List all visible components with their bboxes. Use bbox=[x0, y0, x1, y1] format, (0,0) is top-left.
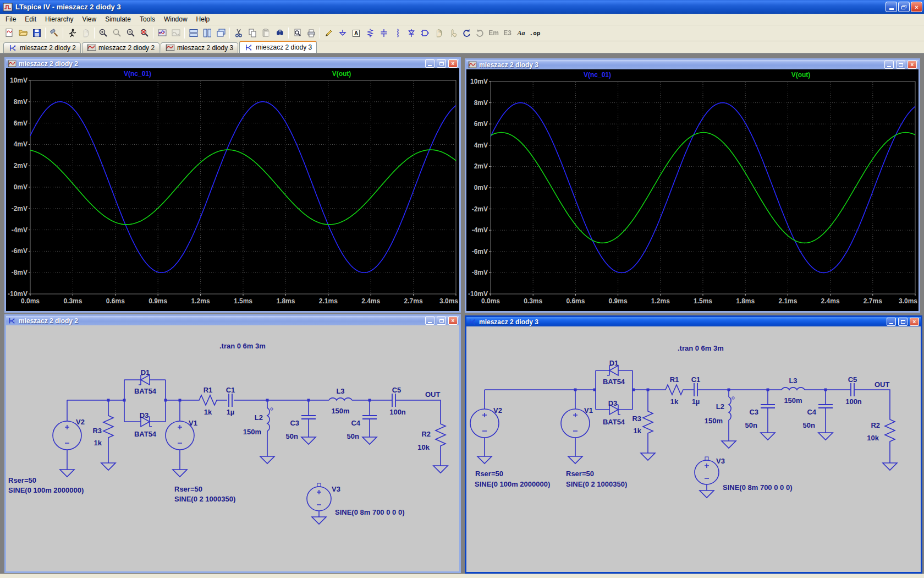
halt-button[interactable] bbox=[79, 26, 92, 40]
label-r3[interactable]: R3 bbox=[632, 415, 641, 423]
label-l2-value[interactable]: 150m bbox=[243, 428, 261, 436]
run-button[interactable] bbox=[65, 26, 79, 40]
undo-button[interactable] bbox=[459, 26, 473, 40]
menu-view[interactable]: View bbox=[78, 14, 101, 24]
label-c3-value[interactable]: 50n bbox=[745, 421, 757, 429]
spice-directive-button[interactable]: .op bbox=[528, 26, 542, 40]
paste-button[interactable] bbox=[259, 26, 273, 40]
plot3-close-button[interactable]: × bbox=[908, 61, 917, 69]
resistor-button[interactable] bbox=[363, 26, 377, 40]
menu-hierarchy[interactable]: Hierarchy bbox=[41, 14, 78, 24]
label-c5[interactable]: C5 bbox=[392, 386, 402, 394]
label-c3[interactable]: C3 bbox=[749, 408, 758, 416]
label-v1-rser[interactable]: Rser=50 bbox=[174, 485, 202, 493]
label-net-button[interactable]: A bbox=[349, 26, 363, 40]
label-l3-value[interactable]: 150m bbox=[331, 407, 349, 415]
label-r2[interactable]: R2 bbox=[421, 430, 431, 438]
label-v3-sine[interactable]: SINE(0 8m 700 0 0 0) bbox=[723, 483, 792, 492]
zoom-back-button[interactable] bbox=[110, 26, 124, 40]
label-v3-sine[interactable]: SINE(0 8m 700 0 0 0) bbox=[335, 508, 404, 516]
drag-button[interactable] bbox=[446, 26, 459, 40]
component-L2[interactable] bbox=[729, 397, 734, 420]
copy-button[interactable] bbox=[245, 26, 259, 40]
label-c1-value[interactable]: 1µ bbox=[227, 408, 235, 416]
label-out[interactable]: OUT bbox=[425, 390, 441, 399]
component-R1[interactable] bbox=[664, 385, 684, 395]
label-c1[interactable]: C1 bbox=[691, 375, 701, 384]
label-c1-value[interactable]: 1µ bbox=[692, 397, 700, 406]
label-d3-model[interactable]: BAT54 bbox=[134, 430, 157, 438]
plot2-maximize-button[interactable] bbox=[437, 59, 446, 68]
tab-3-waveform[interactable]: mieszacz 2 diody 3 bbox=[161, 42, 238, 53]
inductor-button[interactable] bbox=[391, 26, 404, 40]
cascade-windows-button[interactable] bbox=[214, 26, 228, 40]
label-r3[interactable]: R3 bbox=[92, 427, 102, 435]
label-v2[interactable]: V2 bbox=[76, 418, 85, 426]
label-l3[interactable]: L3 bbox=[336, 387, 344, 395]
label-v3[interactable]: V3 bbox=[332, 485, 340, 493]
rotate-button[interactable]: E3 bbox=[501, 26, 514, 40]
label-v1[interactable]: V1 bbox=[189, 419, 197, 427]
capacitor-button[interactable] bbox=[377, 26, 391, 40]
menu-simulate[interactable]: Simulate bbox=[101, 14, 135, 24]
zoom-out-button[interactable] bbox=[124, 26, 138, 40]
sch3-minimize-button[interactable] bbox=[887, 318, 896, 326]
label-c4-value[interactable]: 50n bbox=[803, 421, 815, 429]
label-l2[interactable]: L2 bbox=[716, 402, 724, 411]
label-l3[interactable]: L3 bbox=[789, 377, 797, 385]
component-R3[interactable] bbox=[643, 409, 653, 437]
component-V3[interactable] bbox=[307, 483, 331, 511]
text-button[interactable]: Aa bbox=[514, 26, 528, 40]
label-v1-sine[interactable]: SINE(0 2 1000350) bbox=[566, 480, 627, 488]
menu-tools[interactable]: Tools bbox=[135, 14, 160, 24]
main-titlebar[interactable]: LTspice IV - mieszacz 2 diody 3 × bbox=[0, 0, 924, 14]
label-d1-model[interactable]: BAT54 bbox=[603, 378, 625, 386]
component-R1[interactable] bbox=[198, 395, 218, 405]
sch3-maximize-button[interactable] bbox=[898, 318, 908, 326]
spice-directive-text[interactable]: .tran 0 6m 3m bbox=[219, 342, 266, 350]
print-button[interactable] bbox=[304, 26, 318, 40]
plot3-maximize-button[interactable] bbox=[896, 61, 905, 69]
label-c4-value[interactable]: 50n bbox=[347, 432, 359, 440]
sch3-titlebar[interactable]: mieszacz 2 diody 3 × bbox=[466, 317, 921, 326]
label-r2-value[interactable]: 10k bbox=[417, 443, 430, 451]
label-v1[interactable]: V1 bbox=[584, 406, 593, 415]
print-preview-button[interactable] bbox=[290, 26, 304, 40]
legend-V(out)[interactable]: V(out) bbox=[332, 70, 351, 78]
label-v1-rser[interactable]: Rser=50 bbox=[566, 470, 594, 478]
sch2-minimize-button[interactable] bbox=[425, 317, 435, 325]
sch2-close-button[interactable]: × bbox=[448, 317, 458, 325]
zoom-full-extents-button[interactable] bbox=[138, 26, 151, 40]
plot2-minimize-button[interactable] bbox=[425, 59, 435, 68]
label-c4[interactable]: C4 bbox=[807, 408, 816, 416]
label-c4[interactable]: C4 bbox=[351, 419, 360, 427]
label-d3[interactable]: D3 bbox=[608, 399, 618, 407]
label-d3[interactable]: D3 bbox=[140, 411, 149, 419]
legend-V(nc_01)[interactable]: V(nc_01) bbox=[584, 71, 611, 79]
label-v1-sine[interactable]: SINE(0 2 1000350) bbox=[174, 495, 235, 503]
label-d3-model[interactable]: BAT54 bbox=[603, 418, 625, 426]
minimize-button[interactable] bbox=[886, 2, 897, 12]
mirror-button[interactable]: Em bbox=[487, 26, 501, 40]
open-button[interactable] bbox=[16, 26, 30, 40]
spice-directive-text[interactable]: .tran 0 6m 3m bbox=[678, 344, 724, 352]
sch2-maximize-button[interactable] bbox=[437, 317, 446, 325]
label-l2[interactable]: L2 bbox=[255, 413, 263, 422]
label-c1[interactable]: C1 bbox=[226, 386, 235, 394]
component-L3[interactable] bbox=[329, 398, 352, 400]
plot3-titlebar[interactable]: mieszacz 2 diody 3 × bbox=[466, 60, 919, 69]
menu-help[interactable]: Help bbox=[192, 14, 215, 24]
label-v2-sine[interactable]: SINE(0 100m 2000000) bbox=[8, 486, 84, 494]
label-l2-value[interactable]: 150m bbox=[705, 417, 723, 425]
label-l3-value[interactable]: 150m bbox=[784, 396, 802, 405]
label-d1[interactable]: D1 bbox=[141, 368, 150, 377]
menu-edit[interactable]: Edit bbox=[20, 14, 41, 24]
cut-button[interactable] bbox=[232, 26, 245, 40]
plot3-minimize-button[interactable] bbox=[884, 61, 894, 69]
control-panel-button[interactable] bbox=[47, 26, 61, 40]
find-button[interactable] bbox=[273, 26, 287, 40]
move-button[interactable] bbox=[432, 26, 446, 40]
label-v2-rser[interactable]: Rser=50 bbox=[475, 470, 503, 478]
label-c5[interactable]: C5 bbox=[848, 375, 857, 384]
tab-1-schematic[interactable]: mieszacz 2 diody 2 bbox=[3, 42, 81, 53]
